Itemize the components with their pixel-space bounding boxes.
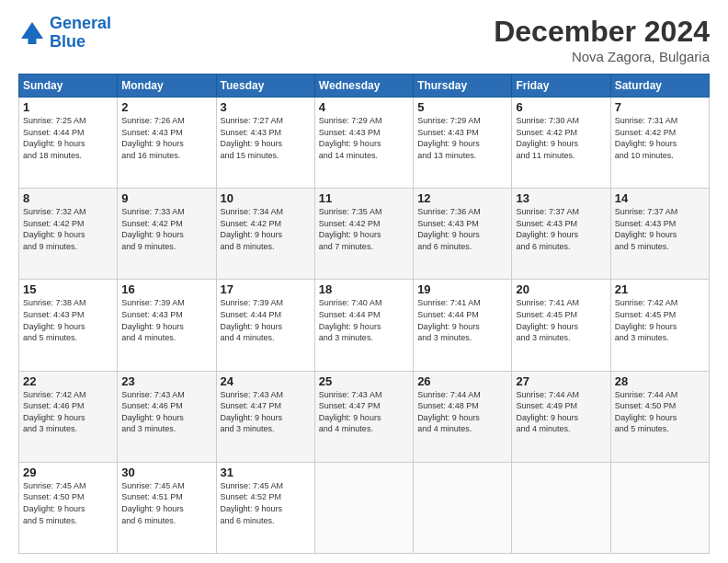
- day-number: 27: [516, 374, 606, 388]
- day-number: 6: [516, 100, 606, 114]
- calendar-cell: [512, 462, 610, 553]
- calendar-cell: 15Sunrise: 7:38 AM Sunset: 4:43 PM Dayli…: [19, 280, 118, 371]
- day-number: 2: [121, 100, 211, 114]
- week-row-3: 22Sunrise: 7:42 AM Sunset: 4:46 PM Dayli…: [19, 371, 710, 462]
- day-info: Sunrise: 7:43 AM Sunset: 4:47 PM Dayligh…: [319, 389, 409, 435]
- day-info: Sunrise: 7:30 AM Sunset: 4:42 PM Dayligh…: [516, 115, 606, 161]
- calendar-cell: 30Sunrise: 7:45 AM Sunset: 4:51 PM Dayli…: [118, 462, 216, 553]
- day-number: 14: [615, 191, 705, 205]
- day-number: 19: [417, 282, 507, 296]
- header: General Blue December 2024 Nova Zagora, …: [18, 15, 710, 64]
- weekday-header-tuesday: Tuesday: [216, 75, 314, 98]
- calendar-body: 1Sunrise: 7:25 AM Sunset: 4:44 PM Daylig…: [19, 98, 710, 554]
- day-number: 11: [319, 191, 409, 205]
- day-info: Sunrise: 7:40 AM Sunset: 4:44 PM Dayligh…: [319, 297, 409, 343]
- calendar-cell: 26Sunrise: 7:44 AM Sunset: 4:48 PM Dayli…: [414, 371, 512, 462]
- day-number: 1: [23, 100, 113, 114]
- calendar-cell: 22Sunrise: 7:42 AM Sunset: 4:46 PM Dayli…: [19, 371, 118, 462]
- calendar-cell: 3Sunrise: 7:27 AM Sunset: 4:43 PM Daylig…: [216, 98, 314, 189]
- day-info: Sunrise: 7:43 AM Sunset: 4:47 PM Dayligh…: [221, 389, 311, 435]
- day-info: Sunrise: 7:38 AM Sunset: 4:43 PM Dayligh…: [23, 297, 113, 343]
- day-info: Sunrise: 7:39 AM Sunset: 4:43 PM Dayligh…: [121, 297, 211, 343]
- day-info: Sunrise: 7:45 AM Sunset: 4:50 PM Dayligh…: [23, 480, 113, 526]
- day-info: Sunrise: 7:41 AM Sunset: 4:44 PM Dayligh…: [417, 297, 507, 343]
- weekday-header-saturday: Saturday: [610, 75, 709, 98]
- calendar-cell: 13Sunrise: 7:37 AM Sunset: 4:43 PM Dayli…: [512, 189, 610, 280]
- week-row-0: 1Sunrise: 7:25 AM Sunset: 4:44 PM Daylig…: [19, 98, 710, 189]
- day-info: Sunrise: 7:45 AM Sunset: 4:52 PM Dayligh…: [221, 480, 311, 526]
- day-info: Sunrise: 7:27 AM Sunset: 4:43 PM Dayligh…: [221, 115, 311, 161]
- day-info: Sunrise: 7:41 AM Sunset: 4:45 PM Dayligh…: [516, 297, 606, 343]
- calendar-cell: 21Sunrise: 7:42 AM Sunset: 4:45 PM Dayli…: [610, 280, 709, 371]
- week-row-4: 29Sunrise: 7:45 AM Sunset: 4:50 PM Dayli…: [19, 462, 710, 553]
- weekday-header-row: SundayMondayTuesdayWednesdayThursdayFrid…: [19, 75, 710, 98]
- weekday-header-sunday: Sunday: [19, 75, 118, 98]
- day-info: Sunrise: 7:45 AM Sunset: 4:51 PM Dayligh…: [121, 480, 211, 526]
- week-row-2: 15Sunrise: 7:38 AM Sunset: 4:43 PM Dayli…: [19, 280, 710, 371]
- day-number: 16: [121, 282, 211, 296]
- day-number: 10: [221, 191, 311, 205]
- calendar-cell: 8Sunrise: 7:32 AM Sunset: 4:42 PM Daylig…: [19, 189, 118, 280]
- weekday-header-wednesday: Wednesday: [314, 75, 413, 98]
- day-number: 23: [121, 374, 211, 388]
- calendar-cell: 28Sunrise: 7:44 AM Sunset: 4:50 PM Dayli…: [610, 371, 709, 462]
- day-info: Sunrise: 7:37 AM Sunset: 4:43 PM Dayligh…: [516, 206, 606, 252]
- calendar-cell: 12Sunrise: 7:36 AM Sunset: 4:43 PM Dayli…: [414, 189, 512, 280]
- day-number: 3: [221, 100, 311, 114]
- calendar-cell: 9Sunrise: 7:33 AM Sunset: 4:42 PM Daylig…: [118, 189, 216, 280]
- day-info: Sunrise: 7:25 AM Sunset: 4:44 PM Dayligh…: [23, 115, 113, 161]
- calendar-cell: 18Sunrise: 7:40 AM Sunset: 4:44 PM Dayli…: [314, 280, 413, 371]
- calendar-cell: 1Sunrise: 7:25 AM Sunset: 4:44 PM Daylig…: [19, 98, 118, 189]
- weekday-header-monday: Monday: [118, 75, 216, 98]
- day-number: 15: [23, 282, 113, 296]
- logo-icon: [18, 19, 46, 47]
- day-number: 28: [615, 374, 705, 388]
- day-info: Sunrise: 7:29 AM Sunset: 4:43 PM Dayligh…: [319, 115, 409, 161]
- day-number: 18: [319, 282, 409, 296]
- logo-text: General Blue: [50, 15, 111, 52]
- day-number: 21: [615, 282, 705, 296]
- month-title: December 2024: [494, 15, 710, 49]
- day-info: Sunrise: 7:26 AM Sunset: 4:43 PM Dayligh…: [121, 115, 211, 161]
- logo: General Blue: [18, 15, 111, 52]
- day-info: Sunrise: 7:31 AM Sunset: 4:42 PM Dayligh…: [615, 115, 705, 161]
- day-info: Sunrise: 7:42 AM Sunset: 4:45 PM Dayligh…: [615, 297, 705, 343]
- calendar-cell: 24Sunrise: 7:43 AM Sunset: 4:47 PM Dayli…: [216, 371, 314, 462]
- calendar-cell: 6Sunrise: 7:30 AM Sunset: 4:42 PM Daylig…: [512, 98, 610, 189]
- day-number: 25: [319, 374, 409, 388]
- logo-line2: Blue: [50, 32, 85, 51]
- day-info: Sunrise: 7:35 AM Sunset: 4:42 PM Dayligh…: [319, 206, 409, 252]
- calendar-cell: 16Sunrise: 7:39 AM Sunset: 4:43 PM Dayli…: [118, 280, 216, 371]
- day-number: 9: [121, 191, 211, 205]
- calendar-cell: 20Sunrise: 7:41 AM Sunset: 4:45 PM Dayli…: [512, 280, 610, 371]
- day-number: 7: [615, 100, 705, 114]
- day-number: 29: [23, 465, 113, 479]
- day-number: 30: [121, 465, 211, 479]
- day-info: Sunrise: 7:44 AM Sunset: 4:49 PM Dayligh…: [516, 389, 606, 435]
- title-block: December 2024 Nova Zagora, Bulgaria: [494, 15, 710, 64]
- day-info: Sunrise: 7:42 AM Sunset: 4:46 PM Dayligh…: [23, 389, 113, 435]
- day-number: 17: [221, 282, 311, 296]
- day-number: 31: [221, 465, 311, 479]
- weekday-header-thursday: Thursday: [414, 75, 512, 98]
- page: General Blue December 2024 Nova Zagora, …: [0, 0, 728, 563]
- svg-marker-0: [21, 22, 43, 39]
- day-number: 8: [23, 191, 113, 205]
- calendar-cell: 14Sunrise: 7:37 AM Sunset: 4:43 PM Dayli…: [610, 189, 709, 280]
- location: Nova Zagora, Bulgaria: [494, 49, 710, 64]
- calendar-cell: 5Sunrise: 7:29 AM Sunset: 4:43 PM Daylig…: [414, 98, 512, 189]
- day-number: 24: [221, 374, 311, 388]
- svg-rect-1: [28, 39, 37, 44]
- day-info: Sunrise: 7:39 AM Sunset: 4:44 PM Dayligh…: [221, 297, 311, 343]
- day-info: Sunrise: 7:29 AM Sunset: 4:43 PM Dayligh…: [417, 115, 507, 161]
- day-info: Sunrise: 7:44 AM Sunset: 4:48 PM Dayligh…: [417, 389, 507, 435]
- day-info: Sunrise: 7:34 AM Sunset: 4:42 PM Dayligh…: [221, 206, 311, 252]
- calendar-cell: 19Sunrise: 7:41 AM Sunset: 4:44 PM Dayli…: [414, 280, 512, 371]
- logo-line1: General: [50, 14, 111, 32]
- calendar-cell: [314, 462, 413, 553]
- calendar-cell: 4Sunrise: 7:29 AM Sunset: 4:43 PM Daylig…: [314, 98, 413, 189]
- calendar-cell: 31Sunrise: 7:45 AM Sunset: 4:52 PM Dayli…: [216, 462, 314, 553]
- calendar-cell: 27Sunrise: 7:44 AM Sunset: 4:49 PM Dayli…: [512, 371, 610, 462]
- day-number: 12: [417, 191, 507, 205]
- calendar-cell: 10Sunrise: 7:34 AM Sunset: 4:42 PM Dayli…: [216, 189, 314, 280]
